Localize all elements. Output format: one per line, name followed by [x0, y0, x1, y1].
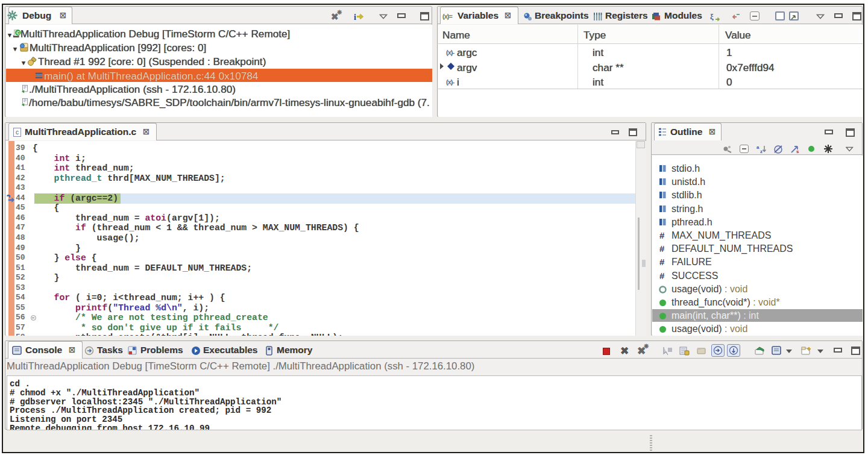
- svg-text:z: z: [760, 149, 763, 154]
- svg-text:C: C: [16, 30, 20, 36]
- svg-text:a: a: [756, 145, 760, 150]
- svg-text:ξ: ξ: [710, 12, 714, 21]
- svg-text:s: s: [796, 149, 799, 154]
- svg-text:i: i: [354, 13, 356, 22]
